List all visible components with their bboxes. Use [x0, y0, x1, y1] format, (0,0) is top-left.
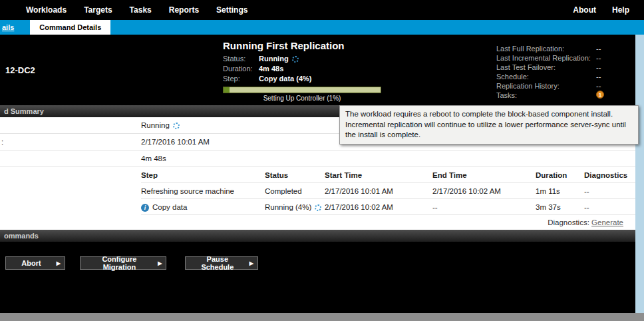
stat-row-last-incremental: Last Incremental Replication:-- — [496, 53, 604, 63]
step-row: Step:Copy data (4%) — [223, 74, 396, 84]
table-row: Refreshing source machine Completed 2/17… — [141, 183, 635, 199]
diagnostics-line: Diagnostics: Generate — [0, 215, 635, 230]
duration-value: 4m 48s — [259, 65, 283, 73]
stat-row-last-test-failover: Last Test Failover:-- — [496, 63, 604, 72]
stat-label: Replication History: — [496, 81, 596, 91]
nav-item-workloads[interactable]: Workloads — [17, 5, 75, 15]
tasks-badge[interactable]: 1 — [596, 91, 604, 99]
replication-header: 12-DC2 Running First Replication Status:… — [0, 35, 635, 105]
cell-status: Completed — [265, 183, 325, 199]
cell-status-text: Running (4%) — [265, 203, 311, 211]
tooltip: The workload requires a reboot to comple… — [339, 105, 639, 145]
replication-stats: Last Full Replication:-- Last Incrementa… — [496, 44, 604, 100]
col-header-end-time: End Time — [432, 167, 536, 183]
stat-value: -- — [596, 63, 601, 72]
nav-item-settings[interactable]: Settings — [208, 5, 256, 15]
main-column: 12-DC2 Running First Replication Status:… — [0, 35, 635, 313]
stat-value: -- — [596, 53, 601, 63]
tab-bar: ails Command Details — [0, 20, 644, 35]
nav-item-help[interactable]: Help — [604, 5, 637, 15]
page: Workloads Targets Tasks Reports Settings… — [0, 0, 644, 321]
pause-schedule-button[interactable]: Pause Schedule ▶ — [185, 256, 258, 270]
cell-end: 2/17/2016 10:02 AM — [432, 183, 536, 199]
spinner-icon — [315, 204, 321, 211]
col-header-step: Step — [141, 167, 265, 183]
nav-item-tasks[interactable]: Tasks — [121, 5, 160, 15]
cell-duration: 3m 37s — [536, 199, 584, 215]
progress-caption: Setting Up Controller (1%) — [223, 95, 381, 102]
col-header-diagnostics: Diagnostics — [584, 167, 635, 183]
summary-duration-row: 4m 48s — [0, 151, 635, 167]
step-value: Copy data (4%) — [259, 75, 311, 83]
nav-item-about[interactable]: About — [565, 5, 604, 15]
replication-status-panel: Running First Replication Status:Running… — [223, 40, 396, 102]
cell-start: 2/17/2016 10:02 AM — [325, 199, 432, 215]
status-value: Running — [259, 55, 289, 63]
button-arrow-icon: ▶ — [158, 260, 166, 266]
spinner-icon — [292, 56, 299, 63]
stat-label: Tasks: — [496, 91, 596, 100]
table-row: iCopy data Running (4%) 2/17/2016 10:02 … — [141, 199, 635, 215]
button-label: Pause Schedule — [186, 255, 249, 271]
button-label: Configure Migration — [80, 255, 158, 271]
progress-fill — [224, 87, 230, 93]
steps-table: Step Status Start Time End Time Duration… — [0, 167, 635, 215]
duration-row: Duration:4m 48s — [223, 64, 396, 74]
cell-step: Refreshing source machine — [141, 183, 265, 199]
stat-label: Schedule: — [496, 72, 596, 81]
stat-row-replication-history: Replication History:-- — [496, 81, 604, 91]
stat-row-tasks: Tasks:1 — [496, 91, 604, 100]
col-header-status: Status — [265, 167, 325, 183]
step-label: Step: — [223, 74, 259, 84]
spinner-icon — [173, 123, 180, 129]
cell-start: 2/17/2016 10:01 AM — [325, 183, 432, 199]
cell-step: iCopy data — [141, 199, 265, 215]
summary-status-value: Running — [141, 121, 170, 129]
right-edge-strip — [635, 35, 644, 313]
stat-label: Last Incremental Replication: — [496, 53, 596, 63]
duration-label: Duration: — [223, 64, 259, 74]
stat-label: Last Full Replication: — [496, 44, 596, 53]
button-arrow-icon: ▶ — [249, 260, 257, 266]
cell-step-text: Copy data — [152, 203, 187, 211]
commands-header: ommands — [0, 230, 635, 242]
tab-command-details[interactable]: Command Details — [30, 20, 110, 35]
cell-diagnostics: -- — [584, 183, 635, 199]
nav-item-targets[interactable]: Targets — [75, 5, 120, 15]
info-icon[interactable]: i — [141, 204, 149, 212]
generate-link[interactable]: Generate — [591, 218, 623, 226]
stat-label: Last Test Failover: — [496, 63, 596, 72]
stat-value: -- — [596, 81, 601, 91]
button-arrow-icon: ▶ — [57, 260, 65, 266]
cell-end: -- — [432, 199, 536, 215]
col-header-duration: Duration — [536, 167, 584, 183]
stat-row-schedule: Schedule:-- — [496, 72, 604, 81]
configure-migration-button[interactable]: Configure Migration ▶ — [80, 256, 166, 270]
summary-duration-value: 4m 48s — [141, 155, 166, 162]
col-header-start-time: Start Time — [325, 167, 432, 183]
cell-status: Running (4%) — [265, 199, 325, 215]
table-header-row: Step Status Start Time End Time Duration… — [141, 167, 635, 183]
cut-label-fragment: : — [1, 134, 3, 151]
summary-start-value: 2/17/2016 10:01 AM — [141, 138, 210, 146]
status-row: Status:Running — [223, 54, 396, 64]
tab-details-partial[interactable]: ails — [0, 23, 14, 31]
stat-value: -- — [596, 44, 601, 53]
status-label: Status: — [223, 54, 259, 64]
stat-row-last-full: Last Full Replication:-- — [496, 44, 604, 53]
button-label: Abort — [6, 259, 57, 267]
bottom-edge-strip — [0, 313, 644, 321]
progress-bar — [223, 87, 381, 93]
abort-button[interactable]: Abort ▶ — [5, 256, 65, 270]
commands-area: Abort ▶ Configure Migration ▶ Pause Sche… — [0, 242, 635, 313]
top-nav: Workloads Targets Tasks Reports Settings… — [0, 0, 644, 20]
cell-duration: 1m 11s — [536, 183, 584, 199]
stat-value: -- — [596, 72, 601, 81]
workload-name: 12-DC2 — [5, 65, 35, 75]
replication-title: Running First Replication — [223, 40, 396, 51]
cell-diagnostics: -- — [584, 199, 635, 215]
nav-item-reports[interactable]: Reports — [160, 5, 208, 15]
diagnostics-label: Diagnostics: — [548, 218, 589, 226]
